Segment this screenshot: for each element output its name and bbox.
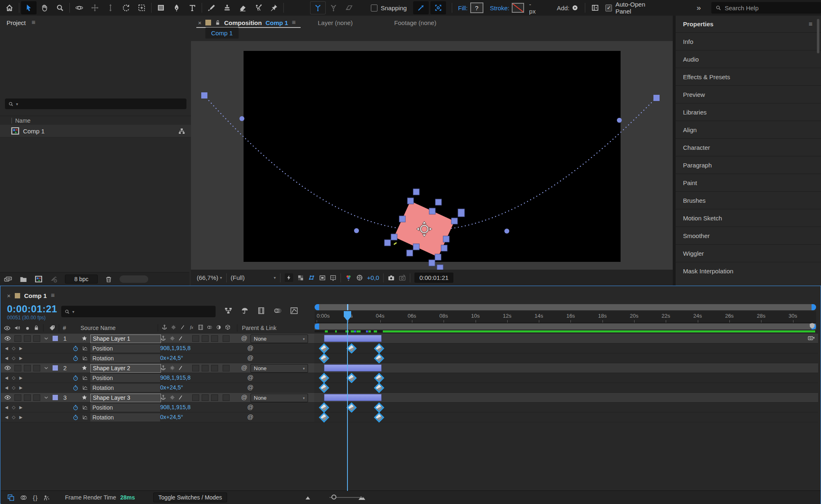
puppet-pin-tool[interactable] bbox=[266, 1, 282, 14]
work-area-start-handle[interactable] bbox=[315, 323, 319, 330]
quality-switch-icon[interactable] bbox=[177, 335, 184, 341]
next-keyframe-button[interactable]: ▶ bbox=[19, 346, 23, 351]
property-value[interactable]: 908,1,915,8 bbox=[160, 374, 191, 381]
collapse-switch-icon[interactable] bbox=[169, 394, 175, 401]
anchor-switch-icon[interactable] bbox=[160, 394, 166, 401]
in-out-panes-icon[interactable]: { } bbox=[33, 494, 37, 501]
property-value[interactable]: 0x+24,5° bbox=[160, 384, 183, 391]
orbit-camera-tool[interactable] bbox=[71, 1, 87, 14]
add-keyframe-button[interactable]: ◇ bbox=[12, 405, 15, 410]
transparency-grid-icon[interactable] bbox=[297, 275, 304, 281]
fx-switch-icon[interactable]: fx bbox=[189, 324, 195, 330]
timeline-zoom-knob[interactable] bbox=[331, 495, 336, 499]
expand-layer-switches-icon[interactable] bbox=[7, 494, 14, 501]
layer-duration-bar[interactable] bbox=[324, 394, 382, 401]
name-column-header[interactable]: Name bbox=[15, 117, 30, 124]
properties-item-paint[interactable]: Paint bbox=[676, 174, 821, 191]
pen-tool[interactable] bbox=[169, 1, 184, 14]
viewer-timecode[interactable]: 0:00:01:21 bbox=[414, 273, 453, 283]
frame-blending-icon[interactable] bbox=[257, 307, 265, 315]
snapshot-camera-icon[interactable] bbox=[388, 275, 395, 281]
exposure-icon[interactable] bbox=[356, 274, 363, 281]
pan-camera-tool[interactable] bbox=[87, 1, 103, 14]
keyframe[interactable] bbox=[319, 343, 329, 353]
eye-icon[interactable] bbox=[4, 364, 11, 371]
mask-path-visibility-icon[interactable] bbox=[308, 274, 315, 281]
snap-arrow-toggle[interactable] bbox=[413, 1, 429, 14]
keyframe[interactable] bbox=[374, 343, 384, 353]
properties-item-smoother[interactable]: Smoother bbox=[676, 227, 821, 244]
timeline-timecode[interactable]: 0:00:01:21 bbox=[7, 303, 57, 315]
label-color-chip[interactable] bbox=[53, 365, 58, 371]
prev-keyframe-button[interactable]: ◀ bbox=[5, 385, 8, 390]
label-color-chip[interactable] bbox=[53, 395, 58, 400]
zoom-out-mountain-icon[interactable] bbox=[305, 495, 310, 500]
label-column-icon[interactable] bbox=[49, 325, 55, 331]
stopwatch-icon[interactable] bbox=[72, 385, 79, 391]
stopwatch-icon[interactable] bbox=[72, 404, 79, 411]
stroke-width-value[interactable]: - px bbox=[529, 1, 538, 15]
view-axis-mode-button[interactable] bbox=[341, 1, 357, 14]
layer-duration-bar[interactable] bbox=[324, 364, 382, 371]
pickwhip-icon[interactable]: @ bbox=[247, 413, 253, 420]
hand-tool[interactable] bbox=[37, 1, 52, 14]
property-name[interactable]: Position bbox=[90, 344, 160, 353]
home-tool[interactable] bbox=[2, 1, 17, 14]
properties-item-paragraph[interactable]: Paragraph bbox=[676, 156, 821, 174]
collapse-switch-icon[interactable] bbox=[169, 335, 175, 341]
navigator-track[interactable] bbox=[315, 304, 816, 310]
selection-tool[interactable] bbox=[21, 1, 37, 14]
number-column-header[interactable]: # bbox=[63, 325, 66, 331]
next-keyframe-button[interactable]: ▶ bbox=[19, 376, 23, 380]
pickwhip-icon[interactable]: @ bbox=[247, 384, 253, 391]
panel-divider[interactable] bbox=[673, 16, 676, 286]
prev-keyframe-button[interactable]: ◀ bbox=[5, 376, 8, 380]
panel-menu-icon[interactable]: ≡ bbox=[32, 19, 36, 26]
project-item-comp1[interactable]: Comp 1 bbox=[0, 125, 191, 137]
pickwhip-icon[interactable]: @ bbox=[241, 394, 247, 401]
property-row-rotation[interactable]: ◀ ◇ ▶ Rotation 0x+24,5° @ bbox=[1, 412, 818, 422]
keyframe[interactable] bbox=[319, 353, 329, 363]
property-graph-icon[interactable] bbox=[82, 375, 88, 381]
color-depth-button[interactable]: 8 bpc bbox=[65, 275, 98, 284]
twirl-chevron-icon[interactable] bbox=[44, 395, 49, 400]
roto-brush-tool[interactable] bbox=[251, 1, 266, 14]
work-area-track[interactable] bbox=[315, 323, 816, 330]
interpret-footage-icon[interactable] bbox=[4, 276, 12, 282]
add-keyframe-button[interactable]: ◇ bbox=[12, 385, 15, 390]
prev-keyframe-button[interactable]: ◀ bbox=[5, 405, 8, 410]
viewer-pasteboard[interactable] bbox=[191, 41, 673, 270]
parent-dropdown[interactable]: None▾ bbox=[251, 364, 308, 373]
film-switch-icon[interactable] bbox=[198, 324, 204, 330]
fast-preview-icon[interactable] bbox=[285, 273, 293, 282]
stopwatch-icon[interactable] bbox=[72, 355, 79, 362]
panel-icon[interactable] bbox=[591, 4, 599, 11]
add-keyframe-button[interactable]: ◇ bbox=[12, 415, 15, 420]
project-panel-title[interactable]: Project bbox=[7, 19, 26, 26]
solo-column-icon[interactable] bbox=[25, 326, 30, 331]
twirl-chevron-icon[interactable] bbox=[44, 336, 49, 341]
keyframe[interactable] bbox=[319, 412, 329, 422]
search-dropdown-arrow[interactable]: ▾ bbox=[72, 309, 74, 314]
rectangle-tool[interactable] bbox=[153, 1, 169, 14]
tab-layer[interactable]: Layer (none) bbox=[318, 19, 353, 26]
panel-menu-icon[interactable]: ≡ bbox=[809, 21, 813, 28]
keyframe[interactable] bbox=[319, 383, 329, 393]
properties-item-mask-interpolation[interactable]: Mask Interpolation bbox=[676, 262, 821, 279]
zoom-tool[interactable] bbox=[52, 1, 68, 14]
grid-guides-icon[interactable] bbox=[330, 275, 336, 281]
properties-item-align[interactable]: Align bbox=[676, 121, 821, 138]
property-value[interactable]: 0x+24,5° bbox=[160, 414, 183, 420]
property-graph-icon[interactable] bbox=[82, 414, 88, 420]
keyframe[interactable] bbox=[374, 412, 384, 422]
properties-item-wiggler[interactable]: Wiggler bbox=[676, 244, 821, 262]
project-settings-icon[interactable] bbox=[50, 276, 57, 283]
zoom-level-dropdown[interactable]: (66,7%)▾ bbox=[197, 274, 222, 281]
pickwhip-icon[interactable]: @ bbox=[247, 344, 253, 351]
keyframe[interactable] bbox=[319, 402, 329, 412]
slash-switch-icon[interactable] bbox=[179, 324, 186, 330]
sun-switch-icon[interactable] bbox=[170, 324, 177, 330]
eye-column-icon[interactable] bbox=[4, 325, 11, 332]
properties-item-motion-sketch[interactable]: Motion Sketch bbox=[676, 209, 821, 227]
quality-switch-icon[interactable] bbox=[177, 394, 184, 401]
